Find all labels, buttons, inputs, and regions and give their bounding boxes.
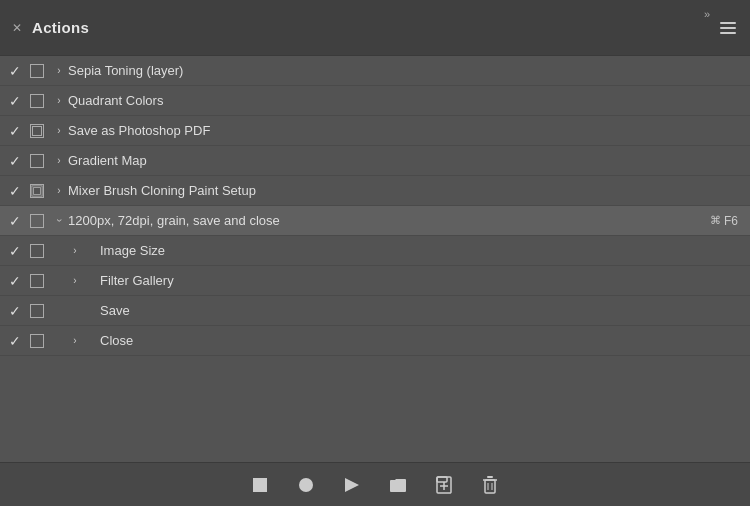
collapse-icon[interactable]: » — [704, 8, 710, 20]
check-mark: ✓ — [4, 63, 26, 79]
new-set-button[interactable] — [384, 471, 412, 499]
new-action-icon — [436, 476, 452, 494]
play-button[interactable] — [338, 471, 366, 499]
panel-menu-button[interactable] — [720, 22, 736, 34]
action-label: Gradient Map — [68, 153, 746, 168]
action-row[interactable]: ✓ › Image Size — [0, 236, 750, 266]
expand-chevron[interactable]: › — [66, 335, 84, 346]
action-checkbox[interactable] — [26, 240, 48, 262]
action-checkbox[interactable] — [26, 90, 48, 112]
action-label: Sepia Toning (layer) — [68, 63, 746, 78]
check-mark: ✓ — [4, 153, 26, 169]
action-label: Close — [84, 333, 746, 348]
check-mark: ✓ — [4, 243, 26, 259]
action-row[interactable]: ✓ › Close — [0, 326, 750, 356]
stop-icon — [253, 478, 267, 492]
record-icon — [299, 478, 313, 492]
svg-rect-1 — [34, 187, 41, 194]
action-label: Save as Photoshop PDF — [68, 123, 746, 138]
action-label: 1200px, 72dpi, grain, save and close — [68, 213, 710, 228]
action-label: Save — [84, 303, 746, 318]
svg-rect-6 — [485, 480, 495, 493]
action-row[interactable]: ✓ › Filter Gallery — [0, 266, 750, 296]
expand-chevron[interactable]: › — [50, 95, 68, 106]
trash-icon — [482, 476, 498, 494]
folder-icon — [389, 477, 407, 493]
action-row[interactable]: ✓ › Quadrant Colors — [0, 86, 750, 116]
action-label: Image Size — [84, 243, 746, 258]
action-row[interactable]: ✓ › Sepia Toning (layer) — [0, 56, 750, 86]
action-checkbox[interactable] — [26, 120, 48, 142]
action-row[interactable]: ✓ › Gradient Map — [0, 146, 750, 176]
expand-chevron[interactable]: › — [50, 65, 68, 76]
bottom-toolbar — [0, 462, 750, 506]
cmd-symbol: ⌘ — [710, 214, 721, 227]
check-mark: ✓ — [4, 333, 26, 349]
action-checkbox[interactable] — [26, 270, 48, 292]
close-icon: ✕ — [12, 22, 22, 34]
action-label: Quadrant Colors — [68, 93, 746, 108]
expand-chevron[interactable]: › — [66, 245, 84, 256]
play-icon — [345, 478, 359, 492]
check-mark: ✓ — [4, 273, 26, 289]
expand-chevron[interactable]: › — [66, 275, 84, 286]
expand-chevron[interactable]: › — [50, 125, 68, 136]
action-list: ✓ › Sepia Toning (layer) ✓ › Quadrant Co… — [0, 56, 750, 462]
panel-title: Actions — [32, 19, 89, 36]
stop-button[interactable] — [246, 471, 274, 499]
action-checkbox[interactable] — [26, 300, 48, 322]
shortcut-key: F6 — [724, 214, 738, 228]
check-mark: ✓ — [4, 183, 26, 199]
new-action-button[interactable] — [430, 471, 458, 499]
close-button[interactable]: ✕ — [10, 21, 24, 35]
action-label: Filter Gallery — [84, 273, 746, 288]
record-button[interactable] — [292, 471, 320, 499]
title-bar: ✕ Actions » — [0, 0, 750, 56]
delete-button[interactable] — [476, 471, 504, 499]
action-checkbox[interactable] — [26, 60, 48, 82]
action-checkbox[interactable] — [26, 210, 48, 232]
action-label: Mixer Brush Cloning Paint Setup — [68, 183, 746, 198]
action-row[interactable]: ✓ Save — [0, 296, 750, 326]
expand-chevron[interactable]: › — [50, 155, 68, 166]
action-row[interactable]: ✓ › Mixer Brush Cloning Paint Setup — [0, 176, 750, 206]
action-checkbox[interactable] — [26, 180, 48, 202]
keyboard-shortcut: ⌘ F6 — [710, 214, 738, 228]
action-row[interactable]: ✓ › Save as Photoshop PDF — [0, 116, 750, 146]
expand-chevron[interactable]: › — [54, 212, 65, 230]
check-mark: ✓ — [4, 123, 26, 139]
svg-rect-3 — [437, 477, 447, 482]
actions-panel: ✕ Actions » ✓ › Sepia Toning (layer) ✓ ›… — [0, 0, 750, 506]
check-mark: ✓ — [4, 93, 26, 109]
action-checkbox[interactable] — [26, 330, 48, 352]
action-row[interactable]: ✓ › 1200px, 72dpi, grain, save and close… — [0, 206, 750, 236]
check-mark: ✓ — [4, 303, 26, 319]
action-checkbox[interactable] — [26, 150, 48, 172]
expand-chevron[interactable]: › — [50, 185, 68, 196]
check-mark: ✓ — [4, 213, 26, 229]
